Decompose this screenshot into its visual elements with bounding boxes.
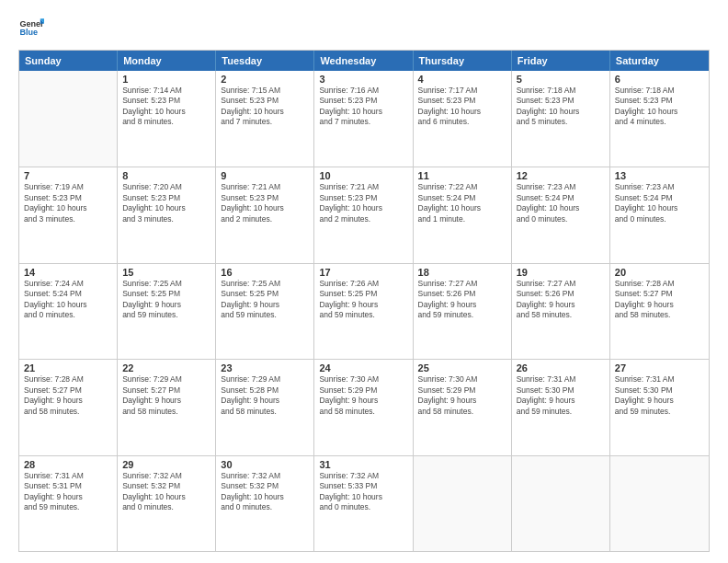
day-info: Sunrise: 7:15 AM Sunset: 5:23 PM Dayligh… xyxy=(221,86,309,128)
calendar-cell-r4-c1: 29Sunrise: 7:32 AM Sunset: 5:32 PM Dayli… xyxy=(118,456,216,551)
calendar-cell-r1-c4: 11Sunrise: 7:22 AM Sunset: 5:24 PM Dayli… xyxy=(414,167,512,262)
day-info: Sunrise: 7:17 AM Sunset: 5:23 PM Dayligh… xyxy=(418,86,506,128)
calendar-cell-r3-c6: 27Sunrise: 7:31 AM Sunset: 5:30 PM Dayli… xyxy=(610,360,709,454)
day-number: 1 xyxy=(122,74,210,85)
day-info: Sunrise: 7:31 AM Sunset: 5:30 PM Dayligh… xyxy=(517,374,605,417)
day-number: 3 xyxy=(319,74,407,85)
calendar-cell-r4-c2: 30Sunrise: 7:32 AM Sunset: 5:32 PM Dayli… xyxy=(216,456,314,551)
calendar-cell-r2-c0: 14Sunrise: 7:24 AM Sunset: 5:24 PM Dayli… xyxy=(19,264,118,359)
day-info: Sunrise: 7:19 AM Sunset: 5:23 PM Dayligh… xyxy=(24,182,112,224)
day-number: 26 xyxy=(517,362,605,373)
calendar-cell-r0-c4: 4Sunrise: 7:17 AM Sunset: 5:23 PM Daylig… xyxy=(414,71,512,167)
calendar-cell-r4-c6 xyxy=(610,456,709,551)
day-info: Sunrise: 7:16 AM Sunset: 5:23 PM Dayligh… xyxy=(319,86,407,128)
logo: General Blue xyxy=(18,15,44,40)
day-info: Sunrise: 7:29 AM Sunset: 5:28 PM Dayligh… xyxy=(221,374,309,417)
calendar-cell-r3-c4: 25Sunrise: 7:30 AM Sunset: 5:29 PM Dayli… xyxy=(414,360,512,454)
day-number: 6 xyxy=(615,74,704,85)
day-number: 4 xyxy=(418,74,506,85)
calendar-cell-r2-c4: 18Sunrise: 7:27 AM Sunset: 5:26 PM Dayli… xyxy=(414,264,512,359)
day-number: 16 xyxy=(221,267,309,278)
day-number: 19 xyxy=(517,267,605,278)
calendar: SundayMondayTuesdayWednesdayThursdayFrid… xyxy=(18,50,710,552)
calendar-cell-r0-c1: 1Sunrise: 7:14 AM Sunset: 5:23 PM Daylig… xyxy=(118,71,216,167)
day-number: 21 xyxy=(24,362,112,373)
calendar-row-0: 1Sunrise: 7:14 AM Sunset: 5:23 PM Daylig… xyxy=(19,71,709,167)
day-info: Sunrise: 7:31 AM Sunset: 5:31 PM Dayligh… xyxy=(24,471,112,513)
day-number: 5 xyxy=(517,74,605,85)
calendar-cell-r0-c5: 5Sunrise: 7:18 AM Sunset: 5:23 PM Daylig… xyxy=(512,71,610,167)
calendar-cell-r2-c3: 17Sunrise: 7:26 AM Sunset: 5:25 PM Dayli… xyxy=(314,264,413,359)
page: General Blue SundayMondayTuesdayWednesda… xyxy=(0,0,728,563)
day-info: Sunrise: 7:22 AM Sunset: 5:24 PM Dayligh… xyxy=(418,182,506,224)
day-number: 24 xyxy=(319,362,407,373)
calendar-cell-r2-c6: 20Sunrise: 7:28 AM Sunset: 5:27 PM Dayli… xyxy=(610,264,709,359)
calendar-cell-r0-c3: 3Sunrise: 7:16 AM Sunset: 5:23 PM Daylig… xyxy=(314,71,413,167)
calendar-row-4: 28Sunrise: 7:31 AM Sunset: 5:31 PM Dayli… xyxy=(19,455,709,551)
day-number: 23 xyxy=(221,362,309,373)
calendar-cell-r1-c5: 12Sunrise: 7:23 AM Sunset: 5:24 PM Dayli… xyxy=(512,167,610,262)
day-info: Sunrise: 7:21 AM Sunset: 5:23 PM Dayligh… xyxy=(319,182,407,224)
day-info: Sunrise: 7:28 AM Sunset: 5:27 PM Dayligh… xyxy=(615,279,704,321)
day-number: 20 xyxy=(615,267,704,278)
calendar-body: 1Sunrise: 7:14 AM Sunset: 5:23 PM Daylig… xyxy=(19,71,709,551)
weekday-header-tuesday: Tuesday xyxy=(216,51,314,71)
day-info: Sunrise: 7:25 AM Sunset: 5:25 PM Dayligh… xyxy=(122,279,210,321)
day-info: Sunrise: 7:25 AM Sunset: 5:25 PM Dayligh… xyxy=(221,279,309,321)
day-number: 10 xyxy=(319,170,407,181)
svg-text:Blue: Blue xyxy=(19,28,38,37)
day-info: Sunrise: 7:30 AM Sunset: 5:29 PM Dayligh… xyxy=(418,374,506,417)
calendar-cell-r0-c2: 2Sunrise: 7:15 AM Sunset: 5:23 PM Daylig… xyxy=(216,71,314,167)
calendar-cell-r3-c1: 22Sunrise: 7:29 AM Sunset: 5:27 PM Dayli… xyxy=(118,360,216,454)
calendar-cell-r3-c0: 21Sunrise: 7:28 AM Sunset: 5:27 PM Dayli… xyxy=(19,360,118,454)
day-number: 9 xyxy=(221,170,309,181)
weekday-header-thursday: Thursday xyxy=(414,51,512,71)
calendar-cell-r1-c1: 8Sunrise: 7:20 AM Sunset: 5:23 PM Daylig… xyxy=(118,167,216,262)
calendar-cell-r1-c2: 9Sunrise: 7:21 AM Sunset: 5:23 PM Daylig… xyxy=(216,167,314,262)
day-number: 13 xyxy=(615,170,704,181)
day-number: 30 xyxy=(221,459,309,470)
day-info: Sunrise: 7:31 AM Sunset: 5:30 PM Dayligh… xyxy=(615,374,704,417)
day-number: 14 xyxy=(24,267,112,278)
calendar-cell-r4-c4 xyxy=(414,456,512,551)
day-info: Sunrise: 7:32 AM Sunset: 5:32 PM Dayligh… xyxy=(221,471,309,513)
day-number: 31 xyxy=(319,459,407,470)
day-info: Sunrise: 7:27 AM Sunset: 5:26 PM Dayligh… xyxy=(418,279,506,321)
day-number: 15 xyxy=(122,267,210,278)
calendar-cell-r4-c0: 28Sunrise: 7:31 AM Sunset: 5:31 PM Dayli… xyxy=(19,456,118,551)
day-info: Sunrise: 7:21 AM Sunset: 5:23 PM Dayligh… xyxy=(221,182,309,224)
calendar-cell-r0-c6: 6Sunrise: 7:18 AM Sunset: 5:23 PM Daylig… xyxy=(610,71,709,167)
day-number: 27 xyxy=(615,362,704,373)
day-info: Sunrise: 7:26 AM Sunset: 5:25 PM Dayligh… xyxy=(319,279,407,321)
day-info: Sunrise: 7:23 AM Sunset: 5:24 PM Dayligh… xyxy=(615,182,704,224)
calendar-cell-r1-c6: 13Sunrise: 7:23 AM Sunset: 5:24 PM Dayli… xyxy=(610,167,709,262)
day-number: 25 xyxy=(418,362,506,373)
day-number: 7 xyxy=(24,170,112,181)
day-info: Sunrise: 7:24 AM Sunset: 5:24 PM Dayligh… xyxy=(24,279,112,321)
day-info: Sunrise: 7:14 AM Sunset: 5:23 PM Dayligh… xyxy=(122,86,210,128)
calendar-row-2: 14Sunrise: 7:24 AM Sunset: 5:24 PM Dayli… xyxy=(19,263,709,359)
day-info: Sunrise: 7:27 AM Sunset: 5:26 PM Dayligh… xyxy=(517,279,605,321)
day-number: 11 xyxy=(418,170,506,181)
day-number: 18 xyxy=(418,267,506,278)
calendar-cell-r4-c3: 31Sunrise: 7:32 AM Sunset: 5:33 PM Dayli… xyxy=(314,456,413,551)
calendar-cell-r3-c5: 26Sunrise: 7:31 AM Sunset: 5:30 PM Dayli… xyxy=(512,360,610,454)
weekday-header-sunday: Sunday xyxy=(19,51,118,71)
day-info: Sunrise: 7:30 AM Sunset: 5:29 PM Dayligh… xyxy=(319,374,407,417)
calendar-header: SundayMondayTuesdayWednesdayThursdayFrid… xyxy=(19,51,709,71)
day-info: Sunrise: 7:28 AM Sunset: 5:27 PM Dayligh… xyxy=(24,374,112,417)
day-number: 22 xyxy=(122,362,210,373)
weekday-header-saturday: Saturday xyxy=(610,51,709,71)
calendar-row-3: 21Sunrise: 7:28 AM Sunset: 5:27 PM Dayli… xyxy=(19,359,709,454)
calendar-cell-r1-c3: 10Sunrise: 7:21 AM Sunset: 5:23 PM Dayli… xyxy=(314,167,413,262)
day-number: 12 xyxy=(517,170,605,181)
weekday-header-friday: Friday xyxy=(512,51,610,71)
day-info: Sunrise: 7:18 AM Sunset: 5:23 PM Dayligh… xyxy=(517,86,605,128)
calendar-cell-r2-c1: 15Sunrise: 7:25 AM Sunset: 5:25 PM Dayli… xyxy=(118,264,216,359)
calendar-row-1: 7Sunrise: 7:19 AM Sunset: 5:23 PM Daylig… xyxy=(19,167,709,262)
weekday-header-monday: Monday xyxy=(118,51,216,71)
day-number: 2 xyxy=(221,74,309,85)
day-info: Sunrise: 7:32 AM Sunset: 5:32 PM Dayligh… xyxy=(122,471,210,513)
calendar-cell-r1-c0: 7Sunrise: 7:19 AM Sunset: 5:23 PM Daylig… xyxy=(19,167,118,262)
day-number: 29 xyxy=(122,459,210,470)
